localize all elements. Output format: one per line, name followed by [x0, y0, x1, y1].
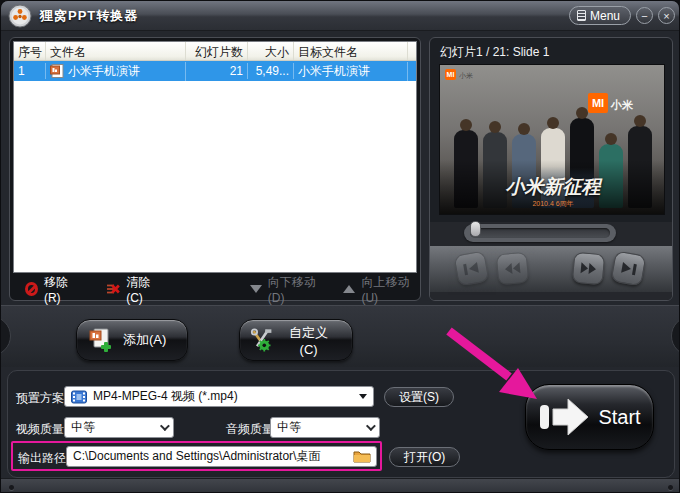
seek-slider[interactable]	[464, 224, 616, 242]
preset-label: 预置方案:	[16, 390, 67, 407]
right-decoration	[671, 316, 680, 356]
frame-dot	[668, 485, 673, 490]
preview-panel: 幻灯片1 / 21: Slide 1 MI 小米 MI 小米 小米新征程 201…	[429, 37, 673, 301]
next-slide-button[interactable]	[572, 252, 606, 286]
player-button-band	[430, 246, 673, 292]
cell-size: 5,49...	[248, 63, 294, 79]
slide-counter: 幻灯片1 / 21: Slide 1	[430, 38, 672, 65]
cell-filename: 小米手机演讲	[46, 62, 186, 81]
audio-quality-dropdown[interactable]: 中等	[270, 417, 380, 438]
skip-start-icon	[462, 261, 481, 277]
fast-forward-icon	[579, 261, 597, 275]
ppt-file-icon	[50, 64, 64, 78]
cell-slides: 21	[186, 63, 248, 79]
move-up-icon	[343, 285, 355, 293]
preset-value: MP4-MPEG-4 视频 (*.mp4)	[93, 388, 238, 405]
app-window: 狸窝PPT转换器 Menu − × 序号 文件名 幻灯片数 大小 目标文件名 1	[0, 0, 680, 493]
start-button[interactable]: Start	[525, 384, 654, 450]
seek-track	[470, 228, 610, 238]
tools-icon	[250, 327, 273, 353]
audio-quality-value: 中等	[277, 419, 301, 436]
close-button[interactable]: ×	[658, 7, 675, 24]
add-button[interactable]: 添加(A)	[76, 319, 188, 361]
folder-icon	[353, 448, 371, 464]
remove-button[interactable]: 移除(R)	[25, 274, 79, 305]
first-slide-button[interactable]	[454, 251, 490, 287]
menu-button[interactable]: Menu	[569, 6, 631, 25]
settings-panel: 预置方案: MP4-MPEG-4 视频 (*.mp4) 设置(S) 视频质量: …	[7, 370, 675, 478]
mi-logo-wall: MI	[588, 93, 608, 113]
video-quality-value: 中等	[71, 419, 95, 436]
slide-caption-sub: 2010.4 6周年	[440, 199, 665, 209]
titlebar-controls: Menu − ×	[569, 6, 675, 25]
player-controls	[430, 222, 673, 300]
remove-icon	[25, 282, 38, 296]
slide-caption: 小米新征程	[440, 174, 665, 200]
left-decoration	[0, 316, 11, 356]
column-header-filename: 文件名	[46, 42, 186, 60]
column-header-target: 目标文件名	[294, 42, 408, 60]
table-header: 序号 文件名 幻灯片数 大小 目标文件名	[14, 42, 416, 61]
frame-dot	[9, 485, 14, 490]
table-row[interactable]: 1 小米手机演讲 21 5,49... 小米手机演讲	[14, 61, 416, 81]
app-icon	[8, 4, 32, 28]
add-file-icon	[87, 327, 113, 353]
output-path-highlight: 输出路径:	[11, 441, 382, 471]
file-list-panel: 序号 文件名 幻灯片数 大小 目标文件名 1 小米手机演讲 21 5,49...…	[9, 37, 421, 301]
app-title: 狸窝PPT转换器	[40, 7, 138, 25]
column-header-size: 大小	[248, 42, 294, 60]
mi-logo-small: MI	[445, 69, 456, 80]
clear-icon	[107, 282, 120, 296]
mi-brand-small: 小米	[459, 71, 473, 81]
clear-button[interactable]: 清除(C)	[107, 274, 162, 305]
cell-target: 小米手机演讲	[294, 62, 408, 81]
slide-preview-image: MI 小米 MI 小米 小米新征程 2010.4 6周年	[439, 64, 665, 215]
cell-index: 1	[14, 63, 46, 79]
titlebar: 狸窝PPT转换器 Menu − ×	[1, 1, 680, 31]
move-down-icon	[250, 285, 262, 293]
output-path-input[interactable]	[66, 446, 377, 467]
chevron-down-icon	[160, 421, 170, 431]
column-header-index: 序号	[14, 42, 46, 60]
move-down-button[interactable]: 向下移动(D)	[250, 274, 324, 305]
video-quality-label: 视频质量:	[16, 421, 67, 438]
menu-label: Menu	[590, 9, 620, 23]
open-button[interactable]: 打开(O)	[389, 447, 460, 467]
preset-dropdown[interactable]: MP4-MPEG-4 视频 (*.mp4)	[64, 386, 374, 407]
chevron-down-icon	[366, 421, 376, 431]
start-label: Start	[598, 406, 640, 429]
move-up-button[interactable]: 向上移动(U)	[343, 274, 417, 305]
action-band: 添加(A) 自定义(C)	[1, 305, 680, 367]
last-slide-button[interactable]	[611, 251, 647, 287]
output-path-label: 输出路径:	[18, 450, 69, 467]
chevron-down-icon	[359, 394, 367, 399]
settings-button[interactable]: 设置(S)	[384, 387, 454, 407]
menu-icon	[577, 10, 586, 21]
window-bottom-frame	[1, 478, 680, 493]
customize-button[interactable]: 自定义(C)	[239, 319, 353, 361]
seek-thumb[interactable]	[470, 221, 481, 237]
column-header-slides: 幻灯片数	[186, 42, 248, 60]
play-arrow-icon	[538, 397, 590, 437]
list-toolbar: 移除(R) 清除(C) 向下移动(D) 向上移动(U)	[13, 276, 417, 302]
video-quality-dropdown[interactable]: 中等	[64, 417, 174, 438]
browse-folder-button[interactable]	[353, 448, 371, 464]
mi-brand-wall: 小米	[611, 98, 633, 113]
minimize-button[interactable]: −	[636, 7, 653, 24]
skip-end-icon	[619, 261, 638, 277]
video-format-icon	[71, 390, 87, 404]
previous-slide-button[interactable]	[496, 252, 530, 286]
rewind-icon	[503, 261, 521, 275]
file-table: 序号 文件名 幻灯片数 大小 目标文件名 1 小米手机演讲 21 5,49...…	[13, 41, 417, 273]
